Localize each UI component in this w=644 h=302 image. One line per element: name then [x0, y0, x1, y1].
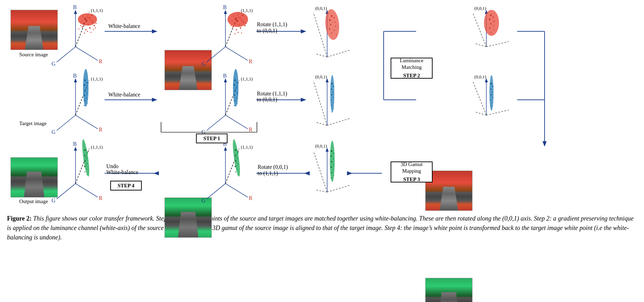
svg-text:Rotate (0,0,1): Rotate (0,0,1) [258, 164, 288, 170]
svg-point-157 [490, 23, 491, 24]
step2-matching-label: Matching [401, 64, 422, 71]
caption-text: This figure shows our color transfer fra… [7, 215, 634, 241]
svg-point-172 [490, 83, 492, 85]
output-image-label: Output image [19, 199, 48, 204]
svg-text:B: B [73, 4, 77, 10]
svg-point-30 [78, 28, 79, 29]
svg-point-194 [333, 170, 334, 171]
svg-line-82 [76, 115, 98, 129]
svg-point-119 [234, 100, 236, 101]
svg-point-78 [331, 33, 332, 34]
svg-text:(1,1,1): (1,1,1) [91, 8, 103, 13]
lum-target-image [425, 278, 472, 302]
svg-point-161 [490, 32, 491, 33]
svg-line-103 [206, 115, 225, 130]
svg-point-179 [492, 102, 493, 103]
svg-text:White-balance: White-balance [106, 169, 138, 175]
svg-point-215 [237, 163, 238, 164]
svg-point-58 [238, 32, 239, 33]
svg-point-23 [96, 23, 97, 24]
svg-text:Rotate (1,1,1): Rotate (1,1,1) [257, 91, 287, 97]
svg-text:White-balance: White-balance [108, 23, 140, 29]
svg-line-66 [327, 50, 350, 57]
svg-text:R: R [249, 127, 253, 132]
svg-text:R: R [99, 195, 103, 201]
step3-label: STEP 3 [403, 176, 420, 183]
svg-line-65 [315, 53, 327, 57]
svg-point-97 [85, 100, 86, 101]
svg-point-152 [484, 10, 499, 36]
svg-point-50 [240, 27, 241, 29]
svg-point-94 [86, 92, 88, 94]
svg-text:(1,1,1): (1,1,1) [241, 77, 253, 81]
svg-point-231 [81, 139, 91, 177]
svg-text:(0,0,1): (0,0,1) [315, 6, 327, 11]
svg-line-149 [486, 42, 509, 47]
svg-text:G: G [202, 197, 205, 203]
svg-point-159 [489, 27, 490, 29]
svg-point-15 [92, 21, 93, 23]
step4-box: STEP 4 [110, 181, 142, 190]
svg-point-96 [86, 98, 87, 99]
svg-point-239 [86, 169, 87, 170]
svg-point-59 [241, 33, 242, 34]
svg-point-55 [233, 15, 234, 17]
svg-point-116 [236, 92, 238, 94]
step3-box: 3D Gamut Mapping STEP 3 [391, 161, 433, 182]
svg-point-79 [336, 34, 337, 35]
svg-point-191 [331, 161, 332, 163]
svg-text:White-balance: White-balance [108, 92, 140, 98]
svg-point-237 [86, 163, 88, 164]
svg-point-99 [84, 105, 85, 106]
svg-point-71 [333, 17, 335, 19]
svg-line-225 [76, 184, 98, 197]
svg-point-47 [238, 24, 240, 25]
svg-point-174 [490, 88, 491, 90]
svg-point-240 [85, 171, 86, 172]
svg-point-93 [84, 90, 86, 91]
svg-line-181 [314, 151, 327, 192]
svg-point-90 [86, 82, 88, 84]
svg-text:(1,1,1): (1,1,1) [241, 8, 253, 13]
svg-point-189 [330, 156, 332, 157]
svg-point-77 [334, 30, 335, 31]
step2-label: STEP 2 [403, 72, 420, 79]
figure-label: Figure 2: [7, 215, 31, 222]
svg-line-2 [76, 47, 98, 60]
svg-line-224 [57, 184, 76, 199]
svg-point-160 [493, 29, 495, 30]
step4-label: STEP 4 [118, 183, 134, 189]
svg-point-112 [236, 82, 238, 84]
svg-point-21 [91, 15, 93, 16]
svg-point-113 [233, 84, 235, 86]
svg-point-25 [87, 31, 88, 32]
svg-point-92 [86, 87, 88, 89]
svg-point-51 [236, 29, 237, 30]
svg-text:(1,1,1): (1,1,1) [91, 77, 103, 81]
svg-point-43 [239, 17, 241, 19]
svg-line-1 [57, 47, 76, 62]
svg-text:R: R [249, 195, 253, 201]
svg-line-167 [474, 112, 486, 115]
main-container: B G R (1,1,1) [0, 0, 644, 246]
svg-point-131 [331, 83, 333, 85]
svg-text:R: R [249, 58, 253, 64]
svg-point-57 [231, 25, 232, 26]
svg-text:R: R [99, 127, 103, 132]
svg-point-52 [244, 25, 246, 26]
svg-line-202 [206, 184, 225, 199]
svg-point-130 [330, 75, 334, 113]
svg-line-104 [225, 115, 248, 129]
svg-point-74 [330, 24, 331, 25]
svg-line-148 [474, 43, 486, 47]
source-image-label: Source image [19, 52, 48, 58]
svg-point-210 [235, 149, 237, 151]
svg-point-177 [492, 97, 493, 98]
target-image-label: Target image [19, 121, 47, 127]
svg-point-134 [332, 91, 334, 93]
step1-box: STEP 1 [196, 134, 227, 143]
svg-point-214 [235, 160, 237, 162]
svg-text:G: G [51, 129, 55, 135]
svg-point-27 [84, 33, 85, 34]
figure-caption: Figure 2: This figure shows our color tr… [7, 214, 637, 242]
